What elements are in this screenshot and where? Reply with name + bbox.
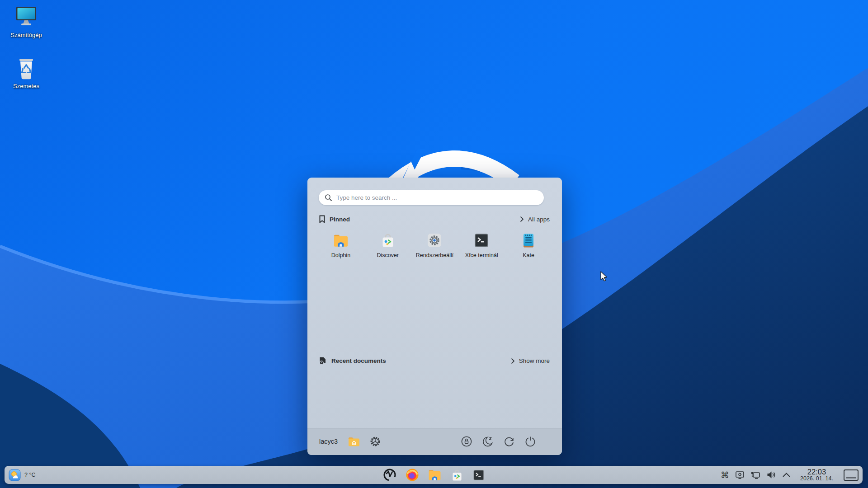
- app-label: Kate: [523, 252, 534, 258]
- distro-v-logo-icon: [382, 468, 397, 482]
- pinned-apps-grid: Dolphin Discover Re: [317, 233, 552, 258]
- app-launcher-button[interactable]: [382, 468, 397, 482]
- discover-bag-icon: [380, 233, 396, 248]
- wired-network-icon: [750, 470, 760, 480]
- desktop-icon-label: Számítógép: [10, 32, 42, 38]
- dolphin-folder-icon: [333, 233, 349, 248]
- chevron-right-icon: [520, 216, 524, 222]
- recent-documents-icon: [319, 357, 327, 365]
- menu-footer: lacyc3: [307, 428, 562, 455]
- volume-icon: [766, 470, 776, 479]
- monitor-icon: [14, 6, 39, 29]
- chevron-right-icon: [511, 358, 515, 364]
- lock-button[interactable]: [461, 436, 472, 447]
- desktop-icon-computer[interactable]: Számítógép: [0, 6, 52, 38]
- all-apps-button[interactable]: All apps: [520, 216, 550, 223]
- show-desktop-button[interactable]: [843, 469, 859, 481]
- start-menu-panel: Pinned All apps Dolphin: [307, 178, 562, 455]
- tray-expander-button[interactable]: [782, 472, 791, 478]
- search-input[interactable]: [319, 190, 544, 205]
- user-button[interactable]: lacyc3: [319, 438, 338, 445]
- home-folder-button[interactable]: [348, 436, 360, 447]
- app-label: Rendszerbeállí: [416, 252, 453, 258]
- system-settings-gear-icon: [426, 233, 443, 248]
- terminal-icon: [472, 469, 485, 481]
- clock-date: 2026. 01. 14.: [800, 476, 833, 482]
- trash-recycle-icon: [15, 56, 38, 80]
- app-tile-system-settings[interactable]: Rendszerbeállí: [411, 233, 458, 258]
- app-label: Discover: [377, 252, 399, 258]
- app-label: Dolphin: [331, 252, 350, 258]
- app-tile-dolphin[interactable]: Dolphin: [317, 233, 364, 258]
- show-more-label: Show more: [519, 357, 550, 364]
- kate-notepad-icon: [520, 233, 537, 248]
- volume-tray-button[interactable]: [766, 470, 776, 479]
- desktop-icon-trash[interactable]: Szemetes: [0, 56, 52, 89]
- home-folder-icon: [348, 436, 360, 447]
- command-icon: ⌘: [721, 471, 729, 479]
- settings-button[interactable]: [369, 436, 381, 447]
- app-tile-discover[interactable]: Discover: [364, 233, 411, 258]
- display-color-tray-button[interactable]: [735, 470, 745, 480]
- recent-title: Recent documents: [331, 357, 386, 364]
- recent-header-row: Recent documents Show more: [319, 357, 550, 365]
- power-button[interactable]: [524, 436, 536, 447]
- discover-bag-icon: [450, 469, 464, 482]
- pinned-header-row: Pinned All apps: [319, 215, 550, 223]
- taskbar-discover-button[interactable]: [450, 469, 464, 482]
- sleep-button[interactable]: [482, 436, 494, 447]
- display-color-icon: [735, 470, 745, 480]
- restart-button[interactable]: [503, 436, 515, 447]
- all-apps-label: All apps: [528, 216, 550, 223]
- app-tile-xfce-terminal[interactable]: Xfce terminál: [458, 233, 505, 258]
- taskbar-dolphin-button[interactable]: [428, 468, 442, 482]
- clock-widget[interactable]: 22:03 2026. 01. 14.: [800, 468, 833, 482]
- lock-icon: [461, 436, 472, 447]
- network-tray-button[interactable]: [750, 470, 760, 480]
- terminal-icon: [473, 233, 490, 248]
- show-desktop-icon: [843, 469, 859, 481]
- taskbar: ? °C: [5, 466, 863, 484]
- desktop-icon-label: Szemetes: [13, 83, 39, 89]
- search-field-wrap: [319, 190, 544, 205]
- wallpaper-emblem: [375, 149, 529, 181]
- chevron-up-icon: [782, 472, 791, 478]
- firefox-icon: [406, 468, 419, 482]
- sleep-icon: [482, 436, 494, 447]
- settings-gear-icon: [369, 436, 381, 447]
- taskbar-terminal-button[interactable]: [472, 469, 485, 481]
- search-icon: [325, 194, 332, 202]
- power-icon: [524, 436, 536, 447]
- clock-time: 22:03: [800, 468, 833, 476]
- command-tray-button[interactable]: ⌘: [721, 471, 729, 479]
- show-more-button[interactable]: Show more: [511, 357, 550, 364]
- app-tile-kate[interactable]: Kate: [505, 233, 552, 258]
- desktop: Számítógép Szemetes: [0, 0, 868, 488]
- pinned-title: Pinned: [330, 216, 350, 223]
- restart-icon: [503, 436, 515, 447]
- app-label: Xfce terminál: [465, 252, 498, 258]
- dolphin-folder-icon: [428, 468, 442, 482]
- taskbar-firefox-button[interactable]: [406, 468, 419, 482]
- taskbar-tray: ⌘: [721, 466, 859, 484]
- bookmark-icon: [319, 215, 326, 223]
